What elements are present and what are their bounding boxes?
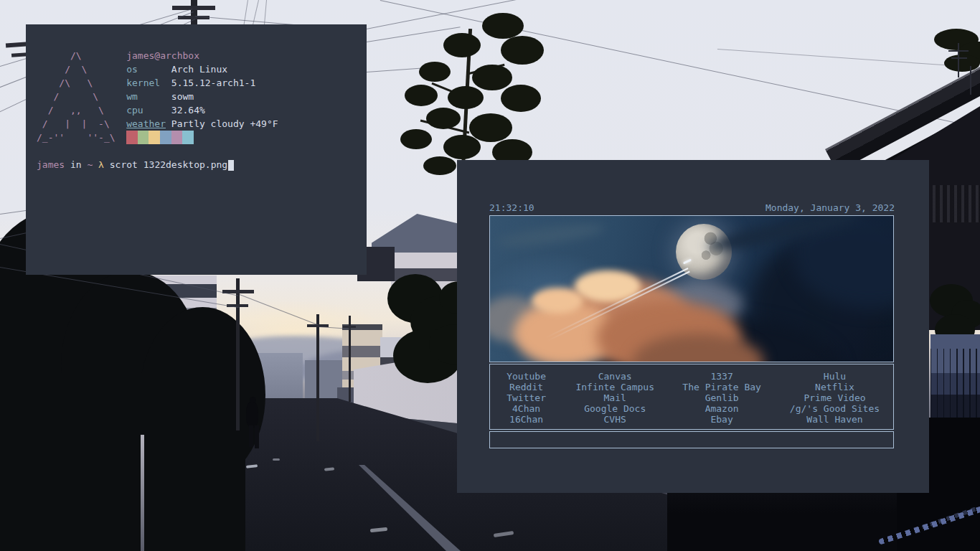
info-label: os bbox=[126, 62, 171, 76]
prompt-user: james bbox=[37, 159, 70, 170]
link[interactable]: CVHS bbox=[562, 414, 667, 425]
tv-antenna bbox=[970, 66, 971, 95]
pedestrian-leg bbox=[255, 425, 259, 448]
color-palette bbox=[126, 132, 194, 143]
info-value: Partly cloudy +49°F bbox=[171, 118, 278, 129]
clock: 21:32:10 bbox=[489, 202, 534, 213]
fetch-line: / | | -\weatherPartly cloudy +49°F bbox=[37, 117, 356, 131]
dark-cloud bbox=[598, 316, 842, 362]
link[interactable]: Wall Haven bbox=[776, 414, 893, 425]
link[interactable]: The Pirate Bay bbox=[667, 382, 776, 392]
ascii-art: / | | -\ bbox=[37, 117, 126, 131]
terminal-window[interactable]: /\james@archbox / \osArch Linux /\ \kern… bbox=[26, 24, 367, 275]
tv-antenna-arm bbox=[948, 50, 969, 52]
tree-foliage bbox=[501, 85, 541, 112]
prompt-command: scrot 1322desktop.png bbox=[110, 159, 227, 170]
link[interactable]: /g/'s Good Sites bbox=[776, 403, 893, 414]
orange-cloud bbox=[596, 301, 741, 362]
fetch-output: /\james@archbox / \osArch Linux /\ \kern… bbox=[26, 24, 367, 182]
info-label: kernel bbox=[126, 76, 171, 90]
link[interactable]: Google Docs bbox=[562, 403, 667, 414]
tree-foliage bbox=[426, 108, 461, 129]
fetch-line: / \wmsowm bbox=[37, 90, 356, 103]
utility-pole bbox=[316, 314, 319, 441]
link[interactable]: Ebay bbox=[667, 414, 776, 425]
tree-foliage bbox=[501, 36, 544, 65]
fetch-line: /_-'' ''-_\ bbox=[37, 131, 356, 144]
tree-foliage bbox=[443, 135, 481, 159]
jet-contrail bbox=[545, 268, 690, 342]
palette-swatch bbox=[138, 131, 149, 144]
links-column-shopping: 1337The Pirate BayGenlibAmazonEbay bbox=[667, 371, 776, 429]
tree-foliage bbox=[472, 65, 512, 90]
sky-light-patch bbox=[489, 252, 633, 352]
palette-swatch bbox=[126, 131, 138, 144]
link[interactable]: Hulu bbox=[776, 371, 893, 382]
tree-foliage bbox=[443, 33, 481, 57]
links-column-school: CanvasInfinte CampusMailGoogle DocsCVHS bbox=[562, 371, 667, 429]
cloud-highlight bbox=[575, 270, 641, 302]
ascii-art: / \ bbox=[37, 62, 126, 76]
decoration bbox=[545, 268, 689, 339]
dark-cloud-streak bbox=[705, 215, 864, 257]
link[interactable]: Mail bbox=[562, 392, 667, 403]
hedge bbox=[0, 373, 245, 551]
wisp-cloud bbox=[495, 220, 606, 251]
search-box bbox=[489, 431, 894, 448]
lamp-pole bbox=[141, 435, 144, 551]
ascii-art: /\ \ bbox=[37, 76, 126, 90]
link[interactable]: 16Chan bbox=[490, 414, 562, 425]
airplane bbox=[683, 259, 692, 265]
link[interactable]: Genlib bbox=[667, 392, 776, 403]
pole-crossarm bbox=[172, 6, 215, 10]
info-label: cpu bbox=[126, 103, 171, 117]
balcony-railing bbox=[933, 185, 980, 222]
links-column-media: HuluNetflixPrime Video/g/'s Good SitesWa… bbox=[776, 371, 893, 429]
tree-foliage bbox=[448, 86, 484, 109]
tree-foliage bbox=[482, 13, 524, 39]
prompt-symbol: λ bbox=[98, 159, 110, 170]
terminal-cursor bbox=[228, 160, 234, 171]
link[interactable]: Amazon bbox=[667, 403, 776, 414]
link[interactable]: Netflix bbox=[776, 382, 893, 392]
user-host: james@archbox bbox=[126, 50, 199, 61]
decoration bbox=[547, 271, 690, 342]
gray-cloud bbox=[489, 296, 544, 342]
link[interactable]: Canvas bbox=[562, 371, 667, 382]
info-label: wm bbox=[126, 90, 171, 103]
date: Monday, January 3, 2022 bbox=[765, 202, 895, 213]
palette-swatch bbox=[160, 131, 171, 144]
link[interactable]: Youtube bbox=[490, 371, 562, 382]
link[interactable]: 4Chan bbox=[490, 403, 562, 414]
link[interactable]: Infinte Campus bbox=[562, 382, 667, 392]
tv-antenna bbox=[958, 43, 959, 77]
dark-cloud bbox=[748, 230, 894, 362]
orange-cloud bbox=[514, 301, 616, 362]
dark-cloud bbox=[791, 215, 894, 309]
link[interactable]: Reddit bbox=[490, 382, 562, 392]
tv-antenna-arm bbox=[951, 57, 967, 59]
prompt-sep: in bbox=[70, 159, 87, 170]
fetch-line: /\james@archbox bbox=[37, 49, 356, 62]
pedestrian-leg bbox=[249, 425, 253, 447]
ascii-art: /\ bbox=[37, 49, 126, 62]
link[interactable]: 1337 bbox=[667, 371, 776, 382]
prompt-path: ~ bbox=[87, 159, 98, 170]
tree-foliage bbox=[405, 85, 438, 106]
tree-foliage bbox=[400, 129, 432, 149]
link[interactable]: Twitter bbox=[490, 392, 562, 403]
road-mark bbox=[273, 458, 280, 461]
utility-pole bbox=[236, 278, 240, 430]
tree-foliage bbox=[419, 62, 451, 82]
tree-foliage bbox=[469, 113, 512, 142]
orange-cloud bbox=[558, 278, 687, 358]
search-input[interactable] bbox=[490, 432, 893, 448]
ascii-art: /_-'' ''-_\ bbox=[37, 131, 126, 144]
fetch-line: / \osArch Linux bbox=[37, 62, 356, 76]
cloud-shadow bbox=[632, 334, 764, 362]
link[interactable]: Prime Video bbox=[776, 392, 893, 403]
moon-image bbox=[489, 215, 894, 362]
blank-line bbox=[37, 144, 356, 158]
startpage-window: 21:32:10 Monday, January 3, 2022 Youtube… bbox=[457, 160, 929, 493]
gray-cloud bbox=[654, 282, 743, 326]
